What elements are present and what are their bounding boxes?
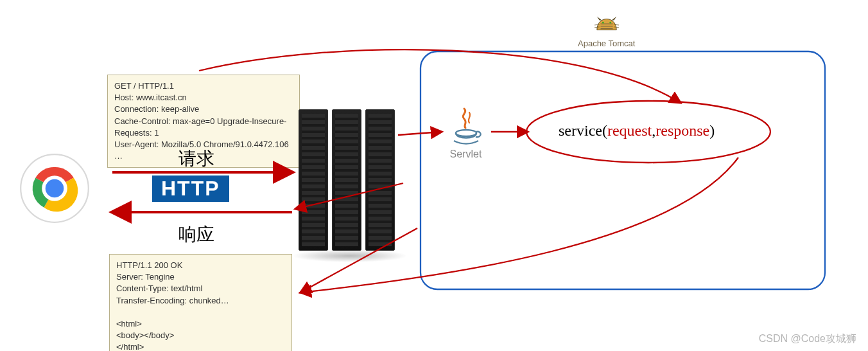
svg-rect-6 — [421, 51, 825, 289]
svg-point-3 — [456, 130, 476, 136]
server-rack-icon — [299, 109, 401, 257]
servlet-label: Servlet — [442, 148, 490, 160]
http-response-box: HTTP/1.1 200 OK Server: Tengine Content-… — [109, 254, 292, 351]
tomcat-label: Apache Tomcat — [578, 39, 635, 48]
chrome-browser-icon — [19, 153, 90, 224]
svg-line-10 — [398, 132, 442, 135]
request-label: 请求 — [178, 147, 214, 171]
service-method-text: service(request,response) — [559, 122, 715, 140]
svg-point-2 — [46, 179, 64, 198]
http-badge: HTTP — [152, 176, 229, 202]
svg-point-5 — [609, 22, 611, 24]
response-label: 响应 — [178, 222, 214, 247]
svg-point-4 — [602, 22, 604, 24]
watermark: CSDN @Code攻城狮 — [759, 332, 856, 346]
tomcat-logo: Apache Tomcat — [578, 16, 635, 48]
servlet-icon: Servlet — [442, 106, 490, 160]
